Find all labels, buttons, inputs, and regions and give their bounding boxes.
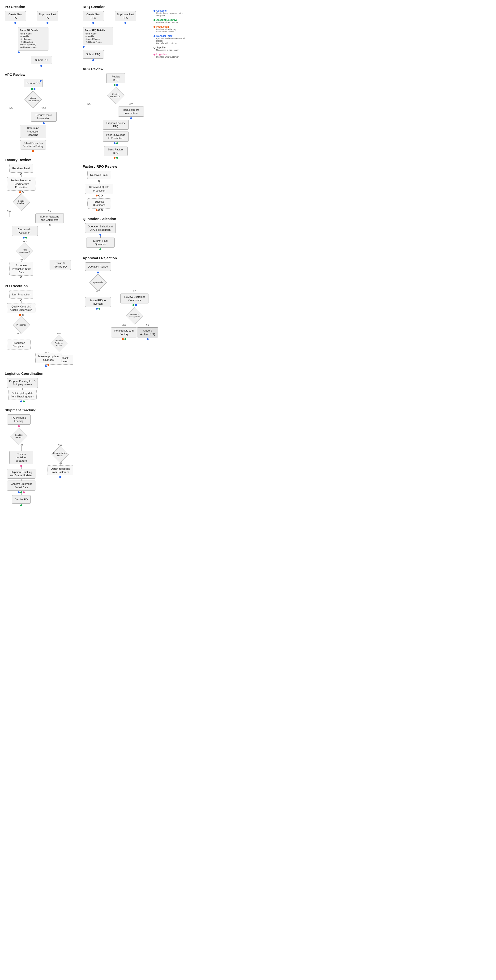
dot-blue-ar4 [147, 338, 149, 340]
replace-broken-diamond [51, 445, 69, 463]
dot-mgr [40, 80, 41, 82]
legend-dot-supplier [154, 47, 156, 49]
dot-supplier-rfq2 [98, 194, 100, 196]
apc-review-po-title: APC Review [5, 73, 78, 76]
factory-review-title: Factory Review [5, 158, 78, 162]
prepare-packing-box: Prepare Packing List & Shipping Invoice [7, 378, 38, 388]
renegotiate-diamond [126, 307, 143, 325]
dot-green4 [20, 492, 22, 493]
dot-supplier [20, 173, 22, 175]
confirm-container-box: Confirm container departure [10, 451, 33, 464]
legend-dot-acctexec [154, 19, 156, 21]
request-more-info-po-box: Request more Information [31, 112, 57, 122]
shipment-tracking-status-box: Shipment Tracking and Status Updates [7, 469, 35, 479]
dot-orange [32, 150, 34, 152]
obtain-pickup-box: Obtain pickup date from Shipping Agent [8, 390, 37, 400]
review-production-deadline-box: Review Production Deadline with Producti… [7, 177, 35, 191]
new-agreement-diamond [16, 242, 33, 260]
confirm-arrival-box: Confirm Shipment Arrival Date [7, 480, 35, 491]
factory-receives-email-box: Receives Email [10, 164, 33, 173]
legend-dot-logistics [154, 54, 156, 56]
dot-pink3 [23, 492, 25, 493]
enter-po-details-box: Enter PO Details • Item Name • CAD file … [18, 27, 48, 51]
dot-green-rfq [114, 84, 116, 86]
submit-rfq-box: Submit RFQ [83, 50, 104, 59]
factory-rfq-review-title: Factory RFQ Review [83, 164, 151, 169]
dot-blue [33, 88, 35, 90]
dot-orange-rfq3 [95, 209, 97, 211]
po-pickup-box: PO Pickup & Loading [7, 414, 31, 425]
missing-info-diamond [24, 91, 42, 108]
dot-rfq-cust3 [83, 46, 84, 48]
schedule-production-box: Schedule Production Start Date [10, 262, 33, 275]
dot-supplier6 [22, 314, 24, 316]
prepare-factory-rfq-box: Prepare Factory RFQ [103, 120, 129, 130]
legend-production: Production Interface with FactoryAccount… [154, 25, 191, 33]
dot-blue3 [23, 237, 25, 239]
dot-green-rfq4 [116, 157, 118, 159]
quotation-selection-box: Quotation Selection & APC Fee addition [85, 223, 116, 233]
review-rfq-production-box: Review RFQ with Production [85, 184, 113, 194]
dot-supplier-rfq [98, 180, 100, 182]
submits-quotations-box: Submits Quotations [87, 198, 111, 208]
dot-rfq-cust2 [124, 22, 126, 24]
legend-account-exec: Account Executive Interface with Custome… [154, 19, 191, 24]
dot-supplier-rfq4 [98, 209, 100, 211]
production-completed-box: Production Completed [7, 340, 31, 350]
review-rfq-box: Review RFQ [106, 73, 125, 83]
doable-timeline-diamond [13, 193, 30, 211]
require-customer-input-diamond [50, 334, 68, 352]
loading-issues-diamond [10, 428, 28, 445]
quotation-selection-title: Quotation Selection [83, 217, 151, 221]
archive-po-box: Archive PO [12, 495, 31, 504]
rfq-creation-title: RFQ Creation [83, 5, 151, 9]
dot-orange-rfq [114, 157, 116, 159]
dot-blue-rfq3 [114, 142, 116, 144]
dot-orange3 [19, 314, 21, 316]
dot-blue-qs [99, 234, 101, 235]
dot-supplier5 [20, 299, 22, 301]
dot-blue-rfq2 [130, 117, 132, 119]
submit-po-box: Submit PO [31, 56, 52, 64]
dot-green-rfq3 [116, 142, 118, 144]
dot-green5 [20, 504, 22, 506]
dot-green [31, 88, 33, 90]
submit-deadline-box: Submit Production Deadline to Factory [20, 140, 46, 150]
dot-blue-rfq [116, 84, 118, 86]
item-production-box: Item Production [10, 290, 33, 299]
dot-blue-ar3 [135, 304, 137, 306]
dot-supplier-rfq3 [101, 194, 103, 196]
quotation-review-box: Quotation Review [85, 262, 111, 271]
submit-final-quotation-box: Submit Final Quotation [86, 237, 114, 248]
dot-blue5 [20, 401, 22, 402]
review-po-box: Review PO [24, 79, 43, 88]
missing-info-rfq-diamond [107, 87, 124, 104]
legend-dot-customer [154, 10, 156, 12]
approved-diamond [89, 274, 107, 291]
dot-orange2 [19, 191, 21, 193]
po-execution-title: PO Execution [5, 284, 78, 288]
dot-rfq-cust4 [92, 59, 94, 61]
request-more-info-rfq-box: Request more information [118, 107, 144, 117]
legend-manager: Manager (Alex) Approval and oversees ove… [154, 35, 191, 45]
shipment-tracking-title: Shipment Tracking [5, 408, 78, 412]
legend-supplier: Supplier No access to application [154, 46, 191, 51]
renegotiate-factory-box: Renegotiate with Factory [111, 327, 137, 337]
move-rfq-inventory-box: Move RFQ to Inventory [85, 297, 111, 307]
dot-supplier4 [20, 276, 22, 278]
problems-diamond [13, 316, 30, 334]
dot-customer2 [46, 22, 48, 24]
dot-blue2 [43, 123, 45, 124]
dot-green3 [23, 401, 25, 402]
legend-dot-mgr [154, 35, 156, 37]
dot-supplier-rfq5 [101, 209, 103, 211]
pass-knowledge-box: Pass knowledge to Production [103, 132, 129, 142]
dot-blue7 [59, 476, 61, 478]
legend-dot-production [154, 26, 156, 28]
dot-green-ar [99, 308, 100, 310]
quality-control-box: Quality Control & Onsite Supervision [7, 303, 35, 313]
dot-blue6 [18, 492, 20, 493]
obtain-feedback-shipment-box: Obtain feedback from Customer [47, 465, 73, 476]
dot-green-ar2 [132, 304, 134, 306]
dot-orange-rfq2 [95, 194, 97, 196]
